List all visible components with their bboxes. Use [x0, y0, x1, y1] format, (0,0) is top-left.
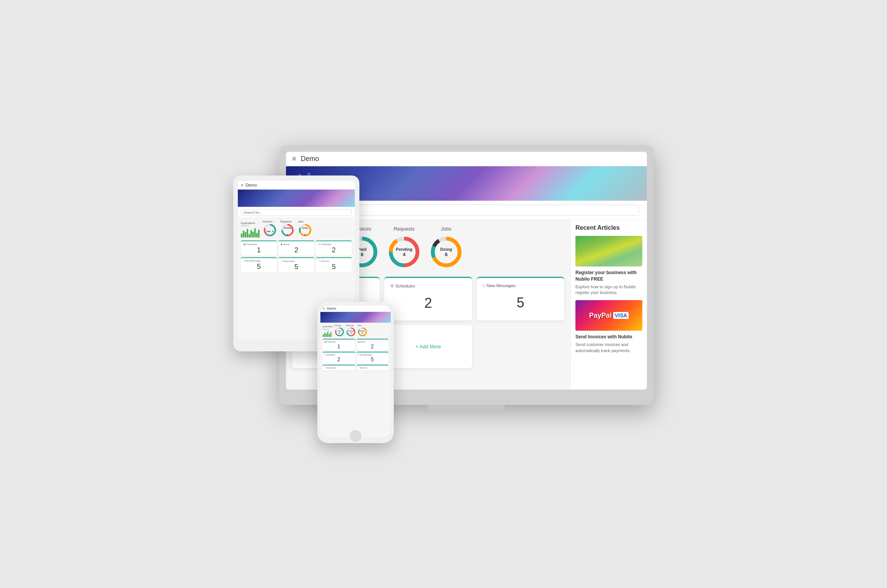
tablet-banner — [238, 190, 355, 207]
tablet-invoices: Invoices Paid 6 — [263, 220, 277, 237]
phone-businesses-card[interactable]: ♡ Businesses — [323, 365, 355, 370]
phone-jobs-donut: Doing 6 — [357, 327, 367, 337]
jobs-label: Jobs — [441, 226, 451, 232]
tablet-cards-grid: 🏠 Properties 1 ◆ Assets 2 ⊙ Schedules 2 … — [241, 240, 352, 273]
article-2-image: PayPal VISA — [575, 300, 642, 331]
jobs-donut: Doing 6 — [429, 235, 463, 269]
tablet-assets-card[interactable]: ◆ Assets 2 — [278, 240, 314, 256]
tablet-invoices-donut: Paid 6 — [263, 223, 277, 237]
tablet-requests: Requests Pending 4 — [280, 220, 295, 237]
phone-messages-card[interactable]: □ New Messages 5 — [356, 352, 389, 364]
phone-expenditure: Expenditure Monthly — [323, 325, 333, 337]
phone-screen: ≡ Demo Expenditure Monthly — [320, 305, 391, 437]
article-1-image — [575, 236, 642, 266]
phone-home-button[interactable] — [350, 430, 361, 442]
requests-donut-label: Pending 4 — [396, 247, 412, 257]
schedules-card-header: ⊙ Schedules — [390, 283, 466, 288]
garden-image — [575, 236, 642, 266]
requests-section: Requests Pending 4 — [387, 226, 421, 269]
requests-donut: Pending 4 — [387, 235, 421, 269]
payments-image: PayPal VISA — [575, 300, 642, 331]
phone-title: Demo — [327, 307, 336, 310]
tablet-jobs: Jobs Doing 6 — [298, 220, 312, 237]
laptop-base — [428, 405, 505, 412]
schedules-card-title: Schedules — [395, 284, 415, 288]
laptop-app-title: Demo — [301, 155, 319, 163]
phone-schedules-card[interactable]: ⊙ Schedules 2 — [323, 352, 355, 364]
phone-requests-stat: Requests Pending 4 — [346, 324, 356, 337]
tablet-hamburger-icon[interactable]: ≡ — [241, 183, 243, 187]
schedules-card-value: 2 — [390, 291, 466, 315]
tablet-services-card[interactable]: ♡ Services 5 — [316, 257, 352, 273]
add-more-text: + Add More — [416, 344, 441, 349]
messages-card-value: 5 — [483, 291, 558, 315]
phone-stats-row: Expenditure Monthly Invoices — [323, 324, 388, 337]
schedules-card[interactable]: ⊙ Schedules 2 — [384, 277, 472, 320]
phone-header: ≡ Demo — [320, 305, 391, 312]
article-2-title: Send Invoices with Nubilo — [575, 334, 642, 340]
tablet-title: Demo — [245, 183, 257, 187]
scene: ≡ Demo — [233, 145, 654, 443]
sidebar-title: Recent Articles — [575, 224, 642, 231]
add-more-card[interactable]: + Add More — [384, 325, 472, 368]
messages-card-header: □ New Messages — [483, 283, 558, 288]
phone-content: Expenditure Monthly Invoices — [320, 323, 391, 437]
jobs-donut-label: Doing 6 — [440, 247, 452, 257]
messages-card-title: New Messages — [487, 283, 515, 288]
phone-bar-chart — [323, 331, 333, 337]
phone-invoices-stat: Invoices Paid 6 — [335, 324, 344, 337]
phone-invoices-donut: Paid 6 — [335, 327, 344, 337]
laptop-sidebar: Recent Articles Register your business w… — [570, 220, 647, 390]
phone-hamburger-icon[interactable]: ≡ — [323, 307, 325, 310]
article-2-body: Send customer invoices and automatically… — [575, 342, 642, 354]
article-1-title: Register your business with Nubilo FREE — [575, 270, 642, 283]
phone-assets-card[interactable]: ◆ Assets 2 — [356, 339, 389, 351]
tablet-businesses-card[interactable]: ♡ Businesses 5 — [278, 257, 314, 273]
tablet-messages-card[interactable]: □ New Messages 5 — [241, 257, 277, 273]
hamburger-icon[interactable]: ≡ — [292, 155, 296, 163]
tablet-schedules-card[interactable]: ⊙ Schedules 2 — [316, 240, 352, 256]
tablet-stats-row: Expenditure Monthly — [241, 220, 352, 237]
tablet-search — [238, 207, 355, 218]
tablet-expenditure: Expenditure Monthly — [241, 222, 260, 237]
tablet-properties-card[interactable]: 🏠 Properties 1 — [241, 240, 277, 256]
jobs-section: Jobs Doing 6 — [429, 226, 463, 269]
schedules-icon: ⊙ — [390, 283, 394, 288]
phone-banner — [320, 312, 391, 323]
tablet-search-input[interactable] — [241, 209, 352, 216]
tablet-bar-chart — [241, 227, 260, 237]
messages-card[interactable]: □ New Messages 5 — [477, 277, 564, 320]
phone-properties-card[interactable]: 🏠 Properties 1 — [323, 339, 355, 351]
phone-jobs-stat: Jobs Doing 6 — [357, 324, 367, 337]
requests-label: Requests — [394, 226, 415, 232]
phone: ≡ Demo Expenditure Monthly — [317, 302, 394, 443]
phone-requests-donut: Pending 4 — [346, 327, 356, 337]
phone-services-card[interactable]: ♡ Services — [356, 365, 389, 370]
phone-cards-grid: 🏠 Properties 1 ◆ Assets 2 ⊙ Schedules 2 … — [323, 339, 388, 370]
messages-icon: □ — [483, 283, 486, 288]
tablet-header: ≡ Demo — [238, 181, 355, 190]
laptop-app-header: ≡ Demo — [286, 152, 647, 166]
tablet-jobs-donut: Doing 6 — [298, 223, 312, 237]
tablet-requests-donut: Pending 4 — [280, 223, 295, 237]
article-1-body: Explore how to sign up to Nubilo registe… — [575, 284, 642, 296]
